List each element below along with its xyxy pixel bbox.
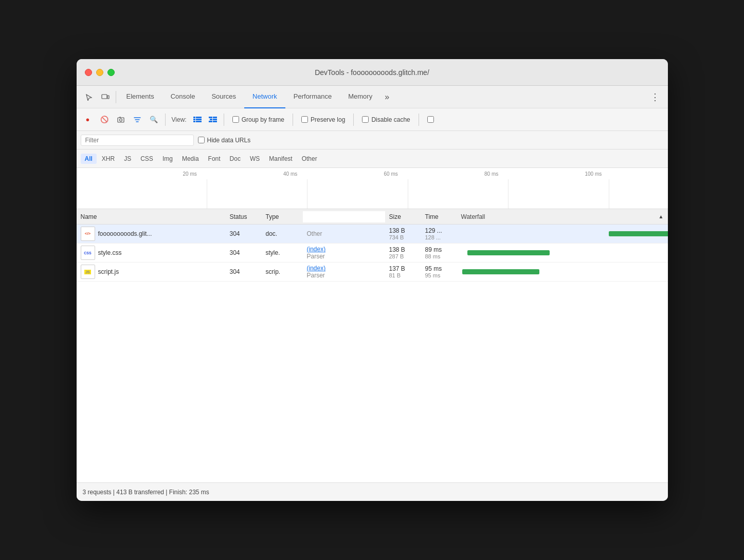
- screenshot-button[interactable]: [114, 113, 128, 127]
- table-row[interactable]: CSS style.css 304 style. (index) Parser …: [77, 244, 668, 263]
- resource-types-bar: All XHR JS CSS Img Media Font Doc WS Man…: [77, 150, 668, 168]
- table-row[interactable]: </> fooooooooods.glit... 304 doc. Other …: [77, 225, 668, 244]
- resource-type-doc[interactable]: Doc: [226, 154, 245, 164]
- resource-type-other[interactable]: Other: [298, 154, 321, 164]
- svg-rect-1: [107, 96, 109, 99]
- record-button[interactable]: ●: [81, 113, 95, 127]
- status-bar: 3 requests | 413 B transferred | Finish:…: [77, 482, 668, 501]
- tab-memory[interactable]: Memory: [340, 86, 380, 108]
- toolbar-divider-4: [353, 114, 354, 126]
- timeline-area: 20 ms 40 ms 60 ms 80 ms 100 ms: [77, 168, 668, 209]
- resource-type-js[interactable]: JS: [120, 154, 135, 164]
- header-size: Size: [385, 211, 421, 222]
- timeline-marker-20ms: 20 ms: [183, 171, 197, 177]
- row-0-time: 129 ... 128 ...: [421, 225, 457, 243]
- table-header: Name Status Type Initiator Size Time Wat…: [77, 209, 668, 225]
- table-row[interactable]: JS script.js 304 scrip. (index) Parser 1…: [77, 263, 668, 282]
- network-toolbar: ● 🚫 🔍 View:: [77, 108, 668, 131]
- resource-type-css[interactable]: CSS: [136, 154, 157, 164]
- network-table: Name Status Type Initiator Size Time Wat…: [77, 209, 668, 482]
- cursor-icon[interactable]: [81, 89, 97, 105]
- row-0-status: 304: [226, 225, 262, 243]
- svg-rect-5: [193, 117, 195, 118]
- list-view-button[interactable]: [191, 114, 204, 125]
- row-1-name-cell: CSS style.css: [77, 244, 226, 262]
- row-0-initiator: Other: [303, 225, 385, 243]
- svg-rect-16: [213, 121, 217, 122]
- row-1-status: 304: [226, 244, 262, 262]
- timeline-line-20ms: [207, 179, 207, 209]
- header-waterfall[interactable]: Waterfall ▲: [457, 213, 668, 220]
- waterfall-bar: [467, 250, 550, 255]
- group-by-frame-checkbox[interactable]: Group by frame: [232, 116, 284, 123]
- tab-sources[interactable]: Sources: [203, 86, 244, 108]
- row-2-name-cell: JS script.js: [77, 263, 226, 281]
- tab-console[interactable]: Console: [162, 86, 204, 108]
- svg-rect-14: [213, 119, 217, 120]
- resource-type-all[interactable]: All: [81, 154, 97, 164]
- svg-rect-0: [102, 95, 107, 99]
- maximize-button[interactable]: [107, 69, 115, 76]
- row-2-waterfall: [457, 263, 668, 281]
- svg-rect-4: [119, 117, 121, 118]
- device-toggle-icon[interactable]: [97, 89, 114, 105]
- tabs-bar: Elements Console Sources Network Perform…: [77, 86, 668, 108]
- more-tabs-button[interactable]: »: [380, 92, 393, 102]
- html-file-icon: </>: [81, 227, 95, 241]
- timeline-marker-60ms: 60 ms: [384, 171, 398, 177]
- clear-button[interactable]: 🚫: [97, 113, 112, 127]
- svg-rect-12: [213, 117, 217, 118]
- toolbar-divider-5: [419, 114, 419, 126]
- resource-type-ws[interactable]: WS: [246, 154, 264, 164]
- svg-rect-9: [193, 121, 195, 122]
- svg-rect-11: [209, 117, 212, 118]
- row-0-waterfall: [457, 225, 668, 243]
- svg-rect-10: [196, 121, 202, 122]
- timeline-line-40ms: [307, 179, 307, 209]
- resource-type-font[interactable]: Font: [204, 154, 225, 164]
- close-button[interactable]: [85, 69, 92, 76]
- js-file-icon: JS: [81, 265, 95, 279]
- window-title: DevTools - fooooooooods.glitch.me/: [315, 68, 429, 77]
- filter-bar: Hide data URLs: [77, 131, 668, 150]
- tab-elements[interactable]: Elements: [118, 86, 162, 108]
- resource-type-manifest[interactable]: Manifest: [265, 154, 296, 164]
- row-0-size: 138 B 734 B: [385, 225, 421, 243]
- resource-type-xhr[interactable]: XHR: [98, 154, 119, 164]
- resource-type-img[interactable]: Img: [158, 154, 177, 164]
- timeline-line-60ms: [408, 179, 408, 209]
- row-1-size: 138 B 287 B: [385, 244, 421, 262]
- view-label: View:: [172, 116, 187, 123]
- row-1-waterfall: [457, 244, 668, 262]
- filter-input[interactable]: [81, 135, 194, 146]
- disable-cache-checkbox[interactable]: Disable cache: [362, 116, 410, 123]
- timeline-line-100ms: [609, 179, 609, 209]
- svg-rect-13: [210, 119, 212, 120]
- svg-point-3: [119, 119, 122, 121]
- tab-performance[interactable]: Performance: [285, 86, 340, 108]
- svg-rect-2: [118, 118, 124, 122]
- row-0-type: doc.: [262, 225, 303, 243]
- toolbar-divider-1: [165, 114, 166, 126]
- devtools-menu-button[interactable]: ⋮: [646, 91, 664, 103]
- status-text: 3 requests | 413 B transferred | Finish:…: [83, 489, 209, 496]
- traffic-lights: [85, 69, 115, 76]
- header-type: Type: [262, 211, 303, 222]
- minimize-button[interactable]: [96, 69, 103, 76]
- row-2-size: 137 B 81 B: [385, 263, 421, 281]
- hide-data-urls-checkbox[interactable]: Hide data URLs: [198, 137, 251, 144]
- waterfall-view-button[interactable]: [206, 114, 220, 125]
- svg-rect-15: [209, 121, 212, 122]
- row-2-type: scrip.: [262, 263, 303, 281]
- waterfall-bar: [462, 269, 539, 274]
- tab-network[interactable]: Network: [244, 86, 285, 108]
- timeline-marker-100ms: 100 ms: [585, 171, 602, 177]
- preserve-log-checkbox[interactable]: Preserve log: [301, 116, 345, 123]
- row-2-time: 95 ms 95 ms: [421, 263, 457, 281]
- extra-checkbox[interactable]: [427, 116, 434, 123]
- search-icon[interactable]: 🔍: [147, 113, 161, 127]
- resource-type-media[interactable]: Media: [178, 154, 203, 164]
- header-name: Name: [77, 211, 226, 222]
- filter-icon[interactable]: [130, 113, 144, 127]
- timeline-line-80ms: [508, 179, 509, 209]
